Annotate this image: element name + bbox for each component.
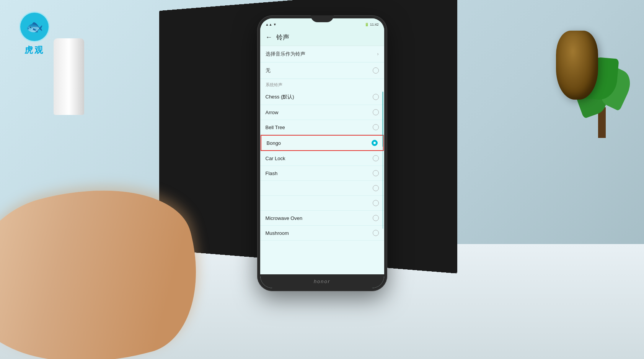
- radio-arrow[interactable]: [373, 109, 379, 115]
- ringtone-row-flash[interactable]: Flash: [260, 166, 384, 181]
- page-title: 铃声: [276, 33, 289, 42]
- radio-empty-1[interactable]: [373, 185, 379, 191]
- ringtone-name-mushroom: Mushroom: [266, 230, 289, 236]
- radio-chess[interactable]: [373, 94, 379, 100]
- back-button[interactable]: ←: [266, 33, 272, 41]
- ringtone-row-empty-2[interactable]: [260, 196, 384, 211]
- ringtone-name-bell-tree: Bell Tree: [266, 125, 285, 130]
- status-right: 🔋 11:42: [365, 23, 378, 26]
- radio-bell-tree[interactable]: [373, 124, 379, 130]
- ringtone-list[interactable]: 选择音乐作为铃声 › 无 系统铃声 Chess (默认) Arrow: [260, 46, 384, 274]
- radio-car-lock[interactable]: [373, 155, 379, 161]
- phone-wrapper: ▲▲ ▼ 🔋 11:42 ← 铃声 选择音乐作为铃声 ›: [257, 15, 387, 291]
- ringtone-name-car-lock: Car Lock: [266, 156, 285, 161]
- ringtone-row-bongo[interactable]: Bongo: [261, 135, 384, 151]
- radio-empty-2[interactable]: [373, 200, 379, 206]
- radio-flash[interactable]: [373, 170, 379, 176]
- radio-bongo[interactable]: [372, 140, 378, 146]
- select-music-label: 选择音乐作为铃声: [266, 51, 305, 57]
- none-radio[interactable]: [373, 67, 379, 74]
- radio-dot-bongo: [373, 142, 376, 144]
- hand-shape: [0, 164, 218, 359]
- hand-overlay: [0, 167, 268, 359]
- scrollbar-thumb[interactable]: [382, 92, 383, 146]
- none-row[interactable]: 无: [260, 62, 384, 79]
- logo-text: 虎观: [24, 44, 44, 56]
- phone-brand: honor: [314, 279, 330, 284]
- phone-bottom: honor: [260, 274, 384, 288]
- ringtone-row-microwave-oven[interactable]: Microwave Oven: [260, 211, 384, 226]
- radio-microwave-oven[interactable]: [373, 215, 379, 221]
- radio-mushroom[interactable]: [373, 230, 379, 236]
- ringtone-row-arrow[interactable]: Arrow: [260, 105, 384, 120]
- white-vase: [54, 38, 84, 115]
- ringtone-row-chess[interactable]: Chess (默认): [260, 89, 384, 105]
- ringtone-name-microwave-oven: Microwave Oven: [266, 215, 303, 221]
- scrollbar[interactable]: [382, 92, 383, 229]
- pine-cone: [556, 31, 598, 100]
- ringtone-row-mushroom[interactable]: Mushroom: [260, 226, 384, 241]
- ringtone-row-car-lock[interactable]: Car Lock: [260, 151, 384, 166]
- none-label: 无: [266, 67, 271, 74]
- app-header: ← 铃声: [260, 29, 384, 46]
- status-left: ▲▲ ▼: [266, 23, 277, 26]
- signal-icon: ▲▲ ▼: [266, 23, 277, 26]
- chevron-right-icon: ›: [377, 51, 379, 57]
- phone-body: ▲▲ ▼ 🔋 11:42 ← 铃声 选择音乐作为铃声 ›: [257, 15, 387, 291]
- ringtone-name-chess: Chess (默认): [266, 93, 294, 100]
- logo-icon: 🐟: [19, 11, 50, 42]
- battery-time: 🔋 11:42: [365, 23, 378, 26]
- logo: 🐟 虎观: [11, 11, 57, 57]
- ringtone-name-arrow: Arrow: [266, 110, 279, 115]
- phone-notch: [311, 15, 334, 22]
- select-music-row[interactable]: 选择音乐作为铃声 ›: [260, 46, 384, 62]
- ringtone-row-bell-tree[interactable]: Bell Tree: [260, 120, 384, 135]
- section-header: 系统铃声: [260, 79, 384, 89]
- ringtone-name-bongo: Bongo: [267, 140, 281, 146]
- phone-screen: ▲▲ ▼ 🔋 11:42 ← 铃声 选择音乐作为铃声 ›: [260, 18, 384, 288]
- ringtone-row-empty-1[interactable]: [260, 181, 384, 196]
